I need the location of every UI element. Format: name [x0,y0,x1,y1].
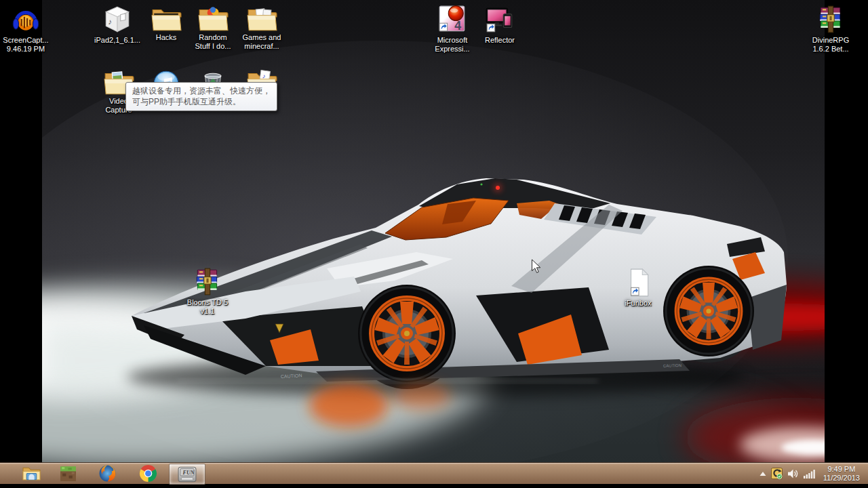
tooltip-line-1: 越狱设备专用，资源丰富、快速方便， [132,85,271,96]
shortcut-arrow-icon [631,287,639,296]
desktop-icon-ifunbox[interactable]: iFunbox [613,267,663,308]
ifunbox-drive-label: FUN [182,470,195,476]
blank-file-icon [623,267,654,298]
clock-date: 11/29/2013 [823,474,860,483]
desktop-icon-hacks[interactable]: Hacks [141,4,191,42]
tooltip: 越狱设备专用，资源丰富、快速方便， 可与PP助手手机版互通升级。 [125,82,277,111]
desktop-screen: CAUTION CAUTION [0,0,868,488]
icon-label: DivineRPG 1.6.2 Bet... [806,36,856,54]
desktop-icon-ipsw[interactable]: ♪ iPad2,1_6.1... [92,4,142,45]
folder-icon [151,4,182,33]
icon-label: Hacks [141,33,191,42]
icon-label: iFunbox [613,299,663,308]
caution-text-rear: CAUTION [663,363,682,368]
shortcut-arrow-icon [487,24,495,32]
icon-label: Reflector [475,36,525,45]
icon-label: Games and minecraf... [237,33,287,51]
network-tray-icon[interactable] [804,468,816,479]
minecraft-icon [60,465,77,482]
taskbar-button-firefox[interactable] [93,464,121,483]
chevron-up-icon [760,471,766,476]
taskbar-button-ifunbox[interactable]: FUN [169,464,205,485]
icon-label: Random Stuff I do... [188,33,238,51]
volume-tray-icon[interactable] [787,468,799,479]
taskbar-button-chrome[interactable] [134,464,162,483]
chrome-icon [139,464,157,483]
desktop-icon-expression[interactable]: 4 Microsoft Expressi... [427,4,477,54]
explorer-icon [22,465,41,482]
icon-label: Bloons TD 5 v1.1 [182,298,233,316]
rear-wheel [663,266,754,357]
winrar-icon [192,266,223,298]
mouse-cursor [531,259,542,274]
desktop-icon-random-stuff[interactable]: Random Stuff I do... [188,4,238,51]
speaker-icon [787,468,799,479]
reflector-icon [484,4,515,35]
taskbar-button-minecraft[interactable] [54,464,82,483]
desktop-icon-divinerpg[interactable]: DivineRPG 1.6.2 Bet... [806,4,856,54]
firefox-icon [98,464,117,483]
desktop-icon-games[interactable]: Games and minecraf... [237,4,287,51]
front-wheel [358,285,456,382]
taskbar-clock[interactable]: 9:49 PM 11/29/2013 [821,465,865,483]
system-tray: 9:49 PM 11/29/2013 [760,463,865,484]
folder-icon [197,4,229,33]
ipsw-box-icon: ♪ [102,4,133,35]
desktop-icon-reflector[interactable]: Reflector [475,4,525,45]
ifunbox-drive-icon: FUN [178,466,197,483]
icon-label: Microsoft Expressi... [427,36,477,54]
sync-app-icon [771,468,783,479]
letterbox-bar [0,483,868,488]
icon-label: iPad2,1_6.1... [92,36,142,45]
expression-encoder-icon: 4 [437,4,468,35]
expression-badge: 4 [454,19,461,33]
taskbar-button-explorer[interactable] [17,464,45,483]
desktop-icon-bloons[interactable]: Bloons TD 5 v1.1 [182,266,233,316]
winrar-icon [815,4,846,35]
folder-icon [246,4,277,33]
audacity-icon [10,4,41,35]
show-hidden-icons-button[interactable] [760,471,766,476]
taskbar: FUN [0,462,868,484]
signal-bars-icon [804,468,816,479]
icon-label: ScreenCapt... 9.46.19 PM [1,36,51,54]
tooltip-line-2: 可与PP助手手机版互通升级。 [132,96,271,107]
desktop-icon-screencapture[interactable]: ScreenCapt... 9.46.19 PM [1,4,51,54]
pp-assistant-tray-icon[interactable] [771,468,783,479]
svg-text:♪: ♪ [108,18,112,26]
shortcut-arrow-icon [439,23,448,31]
clock-time: 9:49 PM [823,465,860,474]
